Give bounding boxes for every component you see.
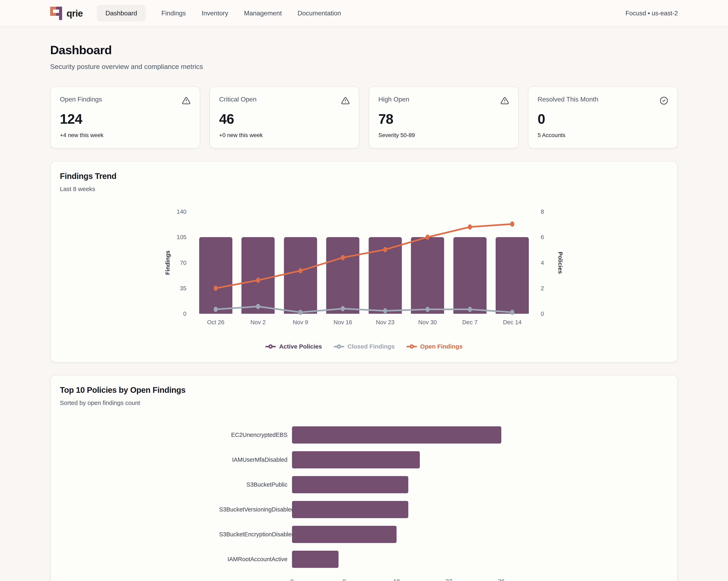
stat-label: Critical Open — [219, 96, 257, 103]
legend-label: Open Findings — [420, 343, 463, 350]
stat-subtext: +0 new this week — [219, 132, 350, 138]
y-tick-label: 2 — [541, 285, 544, 291]
hbar-x-axis: 09182736 — [292, 572, 509, 581]
hbar-row: S3BucketVersioningDisabled — [219, 497, 509, 522]
stat-card-critical-open: Critical Open 46 +0 new this week — [209, 86, 360, 149]
stat-card-resolved-month: Resolved This Month 0 5 Accounts — [528, 86, 678, 149]
y-tick-label: 35 — [180, 285, 186, 291]
qrie-logo-icon — [50, 7, 62, 20]
stat-subtext: 5 Accounts — [538, 132, 668, 138]
trend-lines — [194, 212, 534, 314]
x-tick-label: Nov 23 — [376, 319, 394, 326]
hbar-track — [292, 551, 509, 568]
nav-item-management[interactable]: Management — [244, 9, 282, 17]
trend-title: Findings Trend — [60, 171, 668, 181]
top-nav: qrie Dashboard Findings Inventory Manage… — [0, 0, 728, 27]
y-tick-label: 105 — [177, 234, 186, 241]
x-tick-label: Nov 30 — [418, 319, 437, 326]
stat-value: 78 — [379, 111, 509, 127]
trend-legend: Active PoliciesClosed FindingsOpen Findi… — [60, 343, 668, 350]
x-tick-label: Oct 26 — [207, 319, 224, 326]
page-title: Dashboard — [50, 43, 678, 57]
hbar-track — [292, 451, 509, 468]
x-tick-label: 36 — [498, 578, 504, 581]
hbar-label: S3BucketPublic — [219, 481, 292, 488]
logo-notch — [53, 9, 59, 13]
right-axis-title: Policies — [557, 212, 564, 314]
account-region-label: Focusd • us-east-2 — [625, 10, 678, 17]
nav-item-documentation[interactable]: Documentation — [297, 9, 341, 17]
x-tick-label: Nov 16 — [334, 319, 352, 326]
hbar-bar — [292, 501, 408, 518]
hbar-row: S3BucketEncryptionDisabled — [219, 522, 509, 547]
warning-triangle-icon — [500, 97, 509, 105]
stat-card-open-findings: Open Findings 124 +4 new this week — [50, 86, 200, 149]
hbar-track — [292, 526, 509, 543]
check-circle-icon — [660, 97, 668, 105]
hbar-bar — [292, 426, 501, 444]
hbar-row: EC2UnencryptedEBS — [219, 423, 509, 447]
y-tick-label: 6 — [541, 234, 544, 241]
left-axis-title: Findings — [164, 212, 171, 314]
stat-value: 46 — [219, 111, 350, 127]
legend-item: Open Findings — [407, 343, 463, 350]
top-policies-panel: Top 10 Policies by Open Findings Sorted … — [50, 375, 678, 581]
dashboard-page: { "nav": { "logo_text": "qrie", "items":… — [0, 0, 728, 581]
top-policies-title: Top 10 Policies by Open Findings — [60, 386, 668, 395]
y-tick-label: 70 — [180, 259, 186, 266]
main-content: Dashboard Security posture overview and … — [0, 43, 728, 581]
logo-descender — [59, 16, 62, 20]
hbar-label: S3BucketVersioningDisabled — [219, 506, 292, 513]
hbar-track — [292, 501, 509, 518]
right-axis-ticks: 02468 — [535, 212, 557, 314]
hbar-label: IAMRootAccountActive — [219, 556, 292, 563]
hbar-rows: EC2UnencryptedEBSIAMUserMfaDisabledS3Buc… — [219, 423, 509, 572]
stat-subtext: +4 new this week — [60, 132, 190, 138]
brand[interactable]: qrie — [50, 7, 83, 20]
legend-item: Active Policies — [265, 343, 322, 350]
legend-line-marker-icon — [407, 344, 417, 348]
nav-item-dashboard[interactable]: Dashboard — [97, 5, 146, 21]
stat-subtext: Severity 50-89 — [379, 132, 509, 138]
y-tick-label: 140 — [177, 208, 186, 215]
x-tick-label: 9 — [343, 578, 346, 581]
stat-value: 0 — [538, 111, 668, 127]
page-subtitle: Security posture overview and compliance… — [50, 63, 678, 71]
hbar-bar — [292, 451, 420, 468]
nav-item-inventory[interactable]: Inventory — [202, 9, 228, 17]
stat-label: High Open — [379, 96, 409, 103]
y-tick-label: 4 — [541, 259, 544, 266]
x-tick-label: 18 — [393, 578, 400, 581]
hbar-bar — [292, 526, 397, 543]
y-tick-label: 8 — [541, 208, 544, 215]
hbar-label: S3BucketEncryptionDisabled — [219, 531, 292, 538]
x-tick-label: Dec 7 — [462, 319, 478, 326]
x-tick-label: 27 — [446, 578, 452, 581]
stat-cards-row: Open Findings 124 +4 new this week Criti… — [50, 86, 678, 149]
top-policies-chart: EC2UnencryptedEBSIAMUserMfaDisabledS3Buc… — [219, 423, 509, 581]
hbar-label: EC2UnencryptedEBS — [219, 431, 292, 438]
legend-label: Closed Findings — [347, 343, 394, 350]
legend-item: Closed Findings — [334, 343, 394, 350]
legend-line-marker-icon — [265, 344, 276, 348]
primary-nav: Dashboard Findings Inventory Management … — [97, 5, 341, 21]
nav-left: qrie Dashboard Findings Inventory Manage… — [50, 5, 341, 21]
hbar-bar — [292, 551, 339, 568]
trend-subtitle: Last 8 weeks — [60, 186, 668, 192]
stat-card-high-open: High Open 78 Severity 50-89 — [369, 86, 519, 149]
hbar-row: IAMUserMfaDisabled — [219, 447, 509, 472]
nav-item-findings[interactable]: Findings — [161, 9, 186, 17]
hbar-row: IAMRootAccountActive — [219, 547, 509, 572]
hbar-track — [292, 426, 509, 444]
y-tick-label: 0 — [183, 311, 186, 317]
stat-label: Resolved This Month — [538, 96, 598, 103]
hbar-bar — [292, 476, 408, 493]
y-tick-label: 0 — [541, 311, 544, 317]
findings-trend-panel: Findings Trend Last 8 weeks Findings 035… — [50, 161, 678, 363]
x-tick-label: Nov 9 — [293, 319, 308, 326]
x-tick-label: Nov 2 — [250, 319, 266, 326]
x-tick-label: Dec 14 — [503, 319, 522, 326]
legend-label: Active Policies — [279, 343, 322, 350]
x-tick-label: 0 — [290, 578, 293, 581]
hbar-row: S3BucketPublic — [219, 472, 509, 497]
